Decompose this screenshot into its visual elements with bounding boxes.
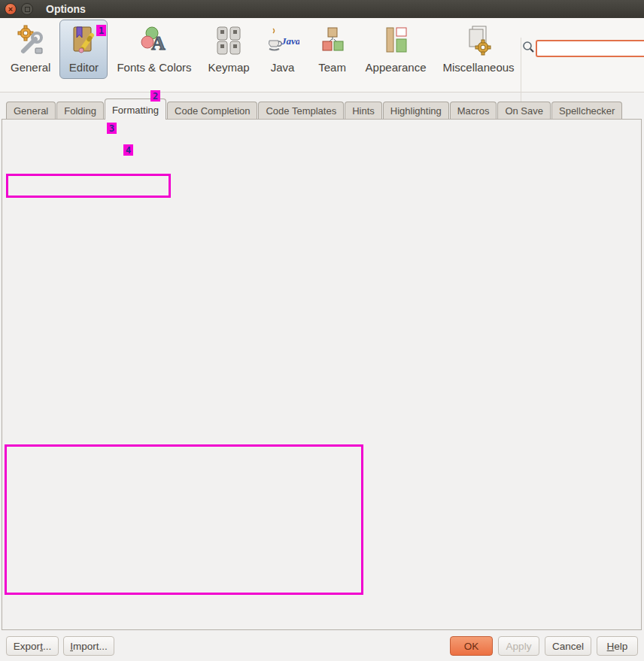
help-button[interactable]: Help	[597, 636, 638, 656]
close-button[interactable]: ×	[5, 3, 17, 15]
tab-macros[interactable]: Macros	[450, 102, 497, 120]
toolbar-item-label: General	[11, 61, 50, 74]
toolbar-item-label: Fonts & Colors	[117, 61, 191, 74]
maximize-button[interactable]	[21, 3, 33, 15]
toolbar-item-label: Team	[318, 61, 346, 74]
tab-highlighting[interactable]: Highlighting	[383, 102, 449, 120]
close-icon: ×	[8, 5, 13, 14]
toolbar-item-team[interactable]: Team	[308, 20, 357, 79]
tab-code-completion[interactable]: Code Completion	[167, 102, 257, 120]
toolbar-item-java[interactable]: JavaJava	[259, 20, 307, 79]
toolbar-separator	[521, 38, 521, 107]
miscellaneous-icon	[462, 24, 495, 57]
cancel-button[interactable]: Cancel	[545, 636, 591, 656]
toolbar-categories: GeneralEditorAFonts & ColorsKeymapJavaJa…	[3, 20, 524, 79]
titlebar: × Options	[0, 0, 644, 18]
annotation-marker-4: 4	[123, 144, 133, 156]
search-icon	[522, 41, 535, 53]
annotation-marker-2: 2	[150, 90, 160, 102]
toolbar-item-label: Editor	[69, 61, 99, 74]
toolbar-item-appearance[interactable]: Appearance	[358, 20, 434, 79]
team-icon	[316, 24, 349, 57]
general-icon	[14, 24, 47, 57]
toolbar-item-keymap[interactable]: Keymap	[201, 20, 257, 79]
toolbar-item-label: Keymap	[208, 61, 250, 74]
export-button[interactable]: Export...	[6, 636, 59, 656]
tab-bar: GeneralFoldingFormattingCode CompletionC…	[0, 99, 644, 120]
tab-on-save[interactable]: On Save	[497, 102, 551, 120]
toolbar-item-label: Appearance	[366, 61, 427, 74]
toolbar-item-label: Miscellaneous	[443, 61, 515, 74]
tab-general[interactable]: General	[6, 102, 56, 120]
annotation-marker-1: 1	[96, 25, 106, 36]
options-dialog: × Options GeneralEditorAFonts & ColorsKe…	[0, 0, 644, 661]
annotation-marker-3: 3	[107, 123, 117, 134]
formatting-panel	[2, 119, 642, 630]
ok-button[interactable]: OK	[450, 636, 493, 656]
toolbar-item-fonts-colors[interactable]: AFonts & Colors	[109, 20, 199, 79]
search-input[interactable]	[536, 40, 644, 57]
import-button[interactable]: Import...	[63, 636, 114, 656]
svg-text:Java: Java	[281, 35, 299, 47]
keymap-icon	[212, 24, 245, 57]
java-icon: Java	[266, 24, 299, 57]
editor-icon	[67, 24, 100, 57]
tab-formatting[interactable]: Formatting	[105, 99, 166, 120]
toolbar-item-miscellaneous[interactable]: Miscellaneous	[436, 20, 522, 79]
tab-folding[interactable]: Folding	[56, 102, 104, 120]
toolbar-item-general[interactable]: General	[3, 20, 58, 79]
svg-text:A: A	[151, 32, 166, 54]
fonts-colors-icon: A	[138, 24, 171, 57]
window-title: Options	[46, 3, 86, 15]
toolbar-item-label: Java	[271, 61, 295, 74]
apply-button[interactable]: Apply	[498, 636, 539, 656]
appearance-icon	[379, 24, 412, 57]
tab-code-templates[interactable]: Code Templates	[258, 102, 344, 120]
tab-hints[interactable]: Hints	[345, 102, 382, 120]
maximize-icon	[25, 7, 30, 12]
tab-spellchecker[interactable]: Spellchecker	[551, 102, 622, 120]
